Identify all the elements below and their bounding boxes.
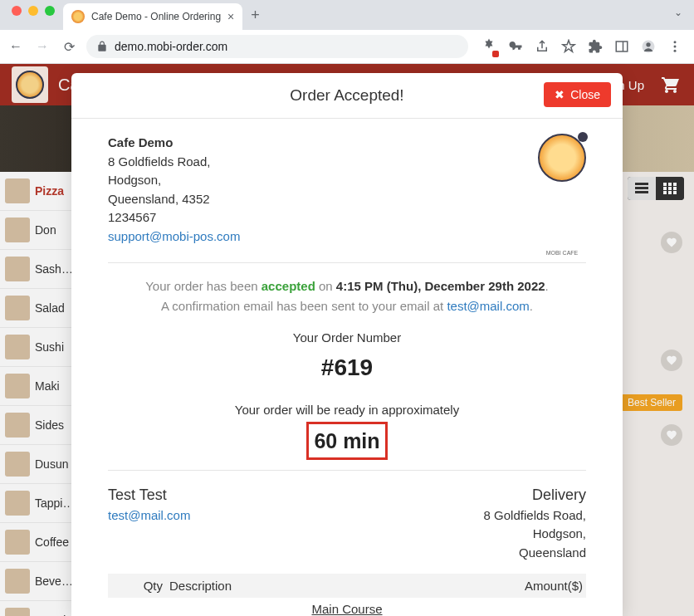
store-logo: MOBI CAFE [538,134,586,246]
maximize-window-icon[interactable] [45,6,55,16]
svg-point-4 [674,50,677,52]
tab-close-icon[interactable]: × [227,10,234,23]
close-button[interactable]: ✖ Close [544,82,611,107]
browser-tab[interactable]: Cafe Demo - Online Ordering × [63,3,242,30]
store-address-line: Queensland, 4352 [108,190,240,209]
url-text: demo.mobi-order.com [115,40,227,53]
customer-email-link[interactable]: test@mail.com [108,506,190,526]
extension-icon[interactable] [481,37,496,56]
key-icon[interactable] [508,39,523,54]
customer-delivery-row: Test Test test@mail.com Delivery 8 Goldf… [108,484,586,563]
url-input[interactable]: demo.mobi-order.com [86,35,468,58]
tab-bar: Cafe Demo - Online Ordering × + ⌄ [0,0,694,30]
chevron-down-icon[interactable]: ⌄ [674,7,682,18]
svg-point-2 [674,41,677,43]
order-number: #619 [108,350,586,387]
accepted-text: accepted [261,279,315,293]
address-bar: ← → ⟳ demo.mobi-order.com [0,30,694,64]
profile-icon[interactable] [641,39,656,54]
store-name: Cafe Demo [108,134,240,153]
minimize-window-icon[interactable] [28,6,38,16]
store-address-line: 8 Goldfields Road, [108,153,240,172]
store-info: Cafe Demo 8 Goldfields Road, Hodgson, Qu… [108,134,240,246]
panel-icon[interactable] [614,39,629,54]
order-datetime: 4:15 PM (Thu), December 29th 2022 [336,279,545,293]
back-button[interactable]: ← [7,37,25,56]
share-icon[interactable] [535,39,550,54]
delivery-address-line: Hodgson, [484,525,586,544]
reload-button[interactable]: ⟳ [60,37,78,56]
close-window-icon[interactable] [12,6,22,16]
modal-title: Order Accepted! [290,86,403,105]
window-controls [8,6,63,24]
puzzle-icon[interactable] [588,39,603,54]
close-label: Close [570,88,600,101]
svg-point-3 [674,46,677,48]
forward-button: → [33,37,51,56]
eta-label: Your order will be ready in approximatel… [108,400,586,420]
menu-icon[interactable] [667,39,682,54]
confirmation-email-link[interactable]: test@mail.com [447,299,529,313]
order-status: Your order has been accepted on 4:15 PM … [108,276,586,460]
lock-icon [96,41,108,52]
store-phone: 1234567 [108,208,240,227]
store-address-line: Hodgson, [108,171,240,190]
delivery-address-line: 8 Goldfields Road, [484,506,586,526]
order-number-label: Your Order Number [108,328,586,348]
section-header: Main Course [108,598,586,616]
col-qty: Qty [108,574,166,598]
toolbar-icons [477,37,687,56]
col-desc: Description [166,574,495,598]
delivery-address-line: Queensland [484,544,586,563]
eta-highlight: 60 min [306,422,387,460]
eta-value: 60 min [314,429,379,452]
modal-header: Order Accepted! ✖ Close [71,73,623,119]
tab-title: Cafe Demo - Online Ordering [91,11,221,22]
svg-point-1 [646,42,650,46]
customer-name: Test Test [108,484,190,506]
order-accepted-modal: Order Accepted! ✖ Close Cafe Demo 8 Gold… [71,73,623,616]
close-icon: ✖ [555,88,564,101]
favicon-icon [71,10,85,23]
browser-chrome: Cafe Demo - Online Ordering × + ⌄ ← → ⟳ … [0,0,694,64]
modal-body: Cafe Demo 8 Goldfields Road, Hodgson, Qu… [71,119,623,616]
new-tab-button[interactable]: + [242,7,268,24]
star-icon[interactable] [561,39,576,54]
col-amount: Amount($) [495,574,586,598]
store-email-link[interactable]: support@mobi-pos.com [108,227,240,247]
order-items-table: Qty Description Amount($) Main Course 1 … [108,574,586,616]
delivery-title: Delivery [484,484,586,506]
